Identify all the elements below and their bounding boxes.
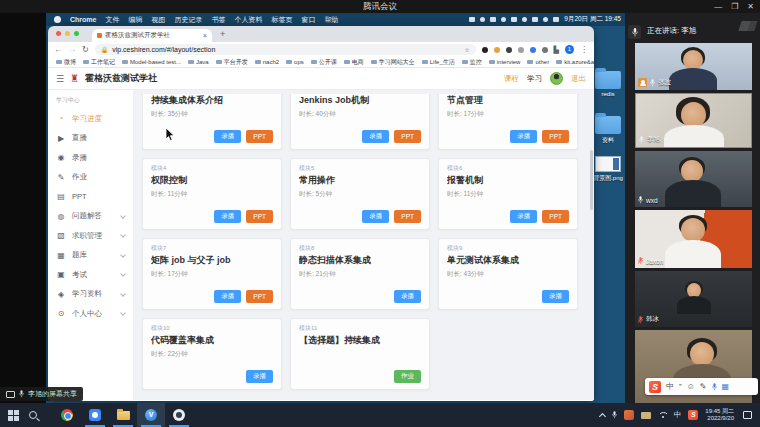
taskbar-search-icon[interactable]: [29, 411, 37, 419]
recording-button[interactable]: 录播: [214, 130, 241, 143]
recording-button[interactable]: 录播: [510, 130, 537, 143]
participant-tile[interactable]: 张波: [635, 43, 752, 90]
sidebar-item-materials[interactable]: ◈学习资料: [48, 285, 133, 305]
meeting-status-icon[interactable]: [532, 17, 538, 22]
sogou-tray-icon[interactable]: S: [688, 410, 698, 420]
chrome-profile-avatar[interactable]: 1: [565, 45, 574, 54]
extension-icon[interactable]: [482, 47, 488, 53]
display-icon[interactable]: [490, 17, 496, 22]
desktop-icon-image[interactable]: 背景图.png: [591, 156, 625, 183]
tray-folder-icon[interactable]: [641, 412, 651, 419]
recording-button[interactable]: 录播: [394, 290, 421, 303]
sidebar-item-ppt[interactable]: ▤PPT: [48, 187, 133, 207]
desktop-icon-redis[interactable]: redis: [591, 71, 625, 97]
mic-button[interactable]: [628, 25, 641, 39]
wifi-icon[interactable]: [522, 17, 527, 22]
menu-edit[interactable]: 编辑: [128, 15, 142, 25]
minimize-button[interactable]: —: [714, 2, 722, 11]
ppt-button[interactable]: PPT: [246, 290, 273, 303]
user-avatar[interactable]: [550, 72, 563, 85]
ppt-button[interactable]: PPT: [394, 210, 421, 223]
sidebar-item-progress[interactable]: ◔学习进度: [48, 109, 133, 129]
extension-icon[interactable]: [506, 47, 512, 53]
menu-history[interactable]: 历史记录: [174, 15, 202, 25]
notification-center-icon[interactable]: [743, 411, 752, 419]
participant-tile-speaking[interactable]: 李旭: [635, 93, 752, 148]
bookmark-item[interactable]: 工作笔记: [83, 58, 115, 67]
emoji-icon[interactable]: ☺: [687, 382, 695, 391]
taskbar-app[interactable]: [165, 403, 193, 427]
bookmark-item[interactable]: Model-based test...: [122, 59, 181, 65]
logout-link[interactable]: 退出: [571, 74, 586, 84]
bookmark-item[interactable]: 平台开发: [216, 58, 248, 67]
desktop-icon-ziliao[interactable]: 资料: [591, 116, 625, 145]
input-language-indicator[interactable]: 中: [674, 410, 682, 420]
star-icon[interactable]: ☆: [464, 46, 469, 53]
sidebar-item-homework[interactable]: ✎作业: [48, 168, 133, 188]
participant-tile[interactable]: wxd: [635, 151, 752, 207]
spotlight-icon[interactable]: [543, 17, 548, 22]
menu-window[interactable]: 窗口: [301, 15, 315, 25]
page-scrollbar[interactable]: [590, 150, 593, 210]
recording-button[interactable]: 录播: [362, 130, 389, 143]
screen-mirroring-icon[interactable]: [469, 17, 475, 22]
sidebar-item-qa[interactable]: ◍问题解答: [48, 207, 133, 227]
ppt-button[interactable]: PPT: [246, 130, 273, 143]
recording-button[interactable]: 录播: [246, 370, 273, 383]
menu-tabs[interactable]: 标签页: [271, 15, 292, 25]
ime-lang-toggle[interactable]: 中: [666, 381, 674, 392]
bluetooth-icon[interactable]: [501, 17, 506, 22]
taskbar-explorer[interactable]: [109, 403, 137, 427]
participant-tile[interactable]: Jaxon: [635, 210, 752, 268]
recording-button[interactable]: 录播: [362, 210, 389, 223]
bookmark-item[interactable]: 电商: [344, 58, 364, 67]
bookmark-item[interactable]: 微博: [56, 58, 76, 67]
taskbar-wecom[interactable]: [81, 403, 109, 427]
ppt-button[interactable]: PPT: [542, 130, 569, 143]
extension-icon[interactable]: [542, 47, 548, 53]
bookmark-item[interactable]: 监控: [462, 58, 482, 67]
tray-mic-icon[interactable]: [612, 411, 617, 419]
chrome-menu-icon[interactable]: ⋮: [580, 45, 588, 54]
pen-icon[interactable]: ✎: [700, 382, 707, 391]
extension-icon[interactable]: [518, 47, 524, 53]
menu-help[interactable]: 帮助: [324, 15, 338, 25]
sidebar-item-question-bank[interactable]: ▦题库: [48, 246, 133, 266]
ime-punct-icon[interactable]: ”: [679, 382, 682, 391]
recording-button[interactable]: 录播: [510, 210, 537, 223]
homework-button[interactable]: 作业: [394, 370, 421, 383]
sogou-logo-icon[interactable]: S: [649, 381, 661, 393]
ppt-button[interactable]: PPT: [246, 210, 273, 223]
ime-skin-icon[interactable]: ▦: [722, 382, 730, 391]
bookmark-item[interactable]: 公开课: [311, 58, 337, 67]
new-tab-button[interactable]: +: [220, 29, 225, 39]
menu-profiles[interactable]: 个人资料: [234, 15, 262, 25]
recording-button[interactable]: 录播: [214, 210, 241, 223]
ppt-button[interactable]: PPT: [394, 130, 421, 143]
network-icon[interactable]: [658, 412, 667, 419]
battery-icon[interactable]: [511, 17, 517, 22]
mac-minimize-light[interactable]: [65, 31, 70, 36]
bookmark-item[interactable]: kit.azure&algorithm: [556, 59, 594, 65]
reload-icon[interactable]: ↻: [82, 45, 89, 54]
bookmark-item[interactable]: Life_生活: [422, 58, 455, 67]
bookmark-item[interactable]: interview: [489, 59, 521, 65]
sidebar-item-recordings[interactable]: ◉录播: [48, 148, 133, 168]
ppt-button[interactable]: PPT: [542, 210, 569, 223]
menu-bookmarks[interactable]: 书签: [211, 15, 225, 25]
status-icon[interactable]: [480, 17, 485, 22]
taskbar-chrome[interactable]: [53, 403, 81, 427]
start-button[interactable]: [8, 410, 19, 421]
menubar-clock[interactable]: 9月20日 周二 19:45: [564, 15, 621, 24]
mac-close-light[interactable]: [56, 31, 61, 36]
sidebar-item-career[interactable]: ▧求职管理: [48, 226, 133, 246]
bookmark-item[interactable]: Java: [188, 59, 209, 65]
maximize-button[interactable]: ❐: [731, 2, 738, 11]
extensions-puzzle-icon[interactable]: ▙: [554, 46, 559, 54]
sidebar-item-live[interactable]: ▶直播: [48, 129, 133, 149]
browser-tab[interactable]: 霍格沃兹测试开发学社 ×: [92, 29, 212, 42]
menu-view[interactable]: 视图: [151, 15, 165, 25]
tray-expand-icon[interactable]: [599, 412, 606, 419]
bookmark-item[interactable]: nach2: [255, 59, 279, 65]
bookmark-item[interactable]: 学习网站大全: [371, 58, 415, 67]
